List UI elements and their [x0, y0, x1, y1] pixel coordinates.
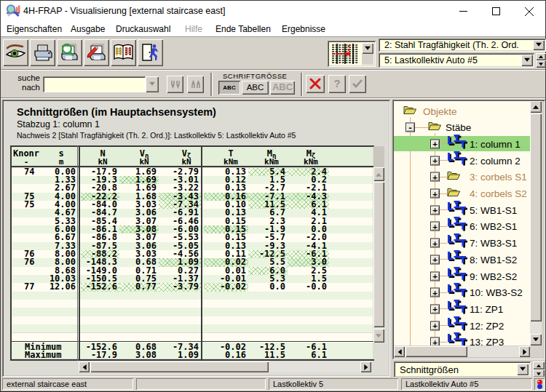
table-vscroll-up-button[interactable]	[373, 167, 384, 181]
table-empty-row	[12, 308, 373, 316]
tree-item-label: 10: WB3-S2	[470, 287, 523, 298]
lastkollektiv-combo[interactable]: 5: Lastkollektiv Auto #5	[379, 53, 534, 68]
table-vscroll-down-button[interactable]	[373, 329, 384, 343]
tree-expander-plus[interactable]: +	[430, 156, 440, 165]
tree-vscroll-down-button[interactable]	[530, 334, 542, 345]
table-type-combo-dropdown[interactable]	[362, 43, 373, 54]
table-hscroll-thumb[interactable]	[90, 361, 269, 372]
table-vscroll-thumb[interactable]	[373, 182, 384, 327]
table-type-combo[interactable]	[328, 41, 376, 67]
tree-item-8-wb1-s2[interactable]: +8: WB1-S2	[394, 252, 530, 267]
status-panel-project: external staircase east	[2, 378, 133, 390]
result-type-spin-up[interactable]	[533, 361, 545, 369]
table-hscroll-left-button[interactable]	[79, 361, 90, 372]
tree-expander-minus[interactable]: -	[405, 123, 415, 132]
table-hscrollbar[interactable]	[79, 361, 371, 372]
tree-item-9-wb2-s2[interactable]: +9: WB2-S2	[394, 268, 530, 284]
search-prev-button[interactable]	[187, 76, 204, 93]
tree-expander-plus[interactable]: +	[430, 172, 440, 182]
tree-item-4-corbels-s2[interactable]: +4: corbels S2	[394, 186, 530, 201]
tree-expander-plus[interactable]: +	[430, 139, 440, 148]
tree-item-7-wb3-s1[interactable]: +7: WB3-S1	[394, 236, 530, 251]
column-unit-5: kNm	[223, 157, 238, 167]
tree-expander-plus[interactable]: +	[430, 288, 440, 297]
tree-item-6-wb2-s1[interactable]: +6: WB2-S1	[394, 219, 530, 234]
tree-item-1-column-1[interactable]: +1: column 1	[394, 136, 530, 151]
tree-hscroll-left-button[interactable]	[394, 346, 405, 357]
print-preview-button[interactable]	[57, 39, 82, 66]
tree-hscrollbar[interactable]	[394, 346, 530, 357]
tree-item-12-zp2[interactable]: +12: ZP2	[394, 318, 530, 333]
print-setup-button[interactable]	[84, 39, 109, 66]
tree-hscroll-right-button[interactable]	[519, 346, 530, 357]
cell-value: -3.79	[159, 283, 201, 291]
confirm-button[interactable]	[349, 75, 366, 93]
tree-item-label: 9: WB2-S2	[470, 271, 517, 281]
menu-item-ergebnisse[interactable]: Ergebnisse	[282, 24, 325, 34]
status-panel-lastkollektiv-auto: Lastkollektiv Auto #5	[401, 378, 532, 390]
help-button[interactable]: ?	[328, 75, 346, 93]
tree-expander-plus[interactable]: +	[430, 321, 440, 330]
search-next-button[interactable]	[167, 76, 183, 93]
tree-expander-plus[interactable]: +	[430, 271, 440, 281]
lastkollektiv-spin-up[interactable]	[536, 53, 546, 60]
profile-icon	[447, 151, 467, 171]
tree-expander-plus[interactable]: +	[430, 337, 440, 345]
tree-expander-plus[interactable]: +	[430, 222, 440, 231]
maximize-button[interactable]	[480, 1, 513, 22]
search-input[interactable]	[43, 76, 146, 92]
view-button[interactable]	[3, 39, 28, 66]
tree-expander-plus[interactable]: +	[430, 304, 440, 313]
print-button[interactable]	[30, 39, 55, 66]
search-dropdown[interactable]	[146, 76, 159, 92]
tree-hscroll-thumb[interactable]	[405, 346, 467, 357]
nachweis-combo[interactable]: 2: Stahl Tragfähigkeit (Th. 2. Ord.	[379, 39, 546, 52]
tree-item-13-zp3[interactable]: +13: ZP3	[394, 335, 530, 345]
result-type-combo[interactable]: Schnittgrößen	[394, 361, 531, 377]
tree-expander-plus[interactable]: +	[430, 205, 440, 215]
fontsize-small-button[interactable]: ABC	[218, 81, 240, 95]
cell-knonr	[13, 267, 36, 275]
cell-value: -152.6	[81, 283, 119, 291]
tree-item-label: Objekte	[423, 105, 457, 116]
tree-vscrollbar[interactable]	[530, 101, 542, 345]
menu-bar: EigenschaftenAusgabeDruckauswahlHilfeEnd…	[1, 22, 545, 37]
menu-item-ende-tabellen[interactable]: Ende Tabellen	[215, 24, 271, 34]
tree-vscroll-thumb[interactable]	[530, 113, 542, 321]
lastkollektiv-spin-down[interactable]	[536, 60, 546, 68]
tree-item-2-column-2[interactable]: +2: column 2	[394, 153, 530, 168]
table-empty-row	[12, 324, 373, 332]
tree-expander-plus[interactable]: +	[430, 239, 440, 248]
menu-item-hilfe[interactable]: Hilfe	[185, 24, 202, 34]
tree-expander-plus[interactable]: +	[430, 189, 440, 199]
menu-item-ausgabe[interactable]: Ausgabe	[71, 24, 105, 34]
exit-button[interactable]	[138, 39, 163, 66]
tree-item-3-corbels-s1[interactable]: +3: corbels S1	[394, 169, 530, 185]
tree-item-st-be[interactable]: -Stäbe	[394, 120, 530, 135]
nachweis-combo-dropdown[interactable]	[533, 40, 545, 50]
tree-vscroll-up-button[interactable]	[530, 101, 542, 113]
table-left-border	[10, 145, 12, 361]
cancel-button[interactable]	[306, 75, 325, 93]
app-window: 4H-FRAP - Visualisierung [external stair…	[0, 0, 546, 392]
report-subtitle: Stabzug 1: column 1	[17, 119, 100, 129]
window-title: 4H-FRAP - Visualisierung [external stair…	[23, 6, 225, 16]
lastkollektiv-combo-dropdown[interactable]	[521, 55, 533, 66]
table-hscroll-right-button[interactable]	[360, 361, 371, 372]
cell-knonr: 74	[13, 168, 36, 176]
tree-item-11-zp1[interactable]: +11: ZP1	[394, 301, 530, 316]
fontsize-medium-button[interactable]: ABC	[242, 81, 269, 95]
menu-item-druckauswahl[interactable]: Druckauswahl	[116, 24, 170, 34]
tree-item-label: 13: ZP3	[470, 337, 504, 345]
pages-button[interactable]	[111, 39, 136, 66]
tree-item-objekte[interactable]: Objekte	[394, 103, 530, 119]
tree-expander-plus[interactable]: +	[430, 255, 440, 264]
result-type-combo-dropdown[interactable]	[517, 364, 529, 375]
minimize-button[interactable]	[447, 1, 480, 22]
table-vscrollbar[interactable]	[373, 167, 384, 343]
close-button[interactable]	[513, 1, 545, 22]
tree-item-10-wb3-s2[interactable]: +10: WB3-S2	[394, 285, 530, 300]
fontsize-large-button[interactable]: ABC	[270, 81, 295, 95]
tree-item-5-wb1-s1[interactable]: +5: WB1-S1	[394, 202, 530, 217]
menu-item-eigenschaften[interactable]: Eigenschaften	[7, 24, 62, 34]
